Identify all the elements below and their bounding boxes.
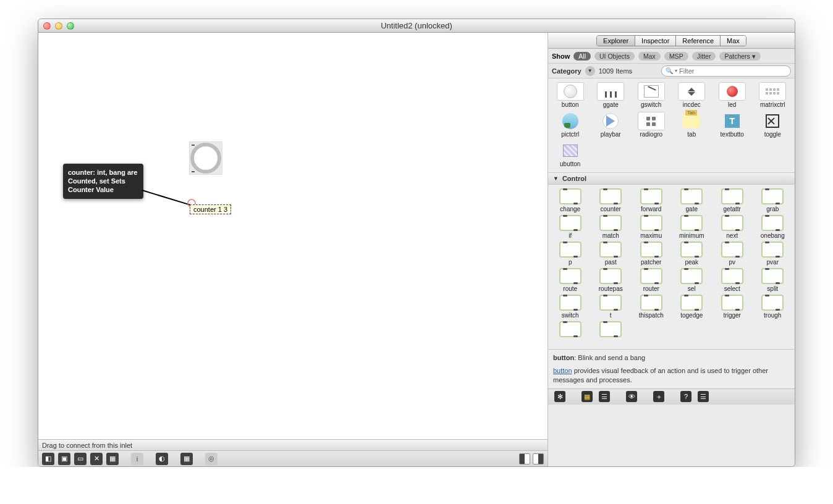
eye-icon[interactable]: 👁 (626, 391, 637, 402)
gear-icon[interactable]: ✻ (554, 391, 565, 402)
control-item-past[interactable]: past (591, 242, 631, 266)
new-toggle-icon[interactable]: ▦ (106, 453, 119, 465)
category-dropdown-icon[interactable]: ▼ (585, 66, 595, 76)
control-item-minimum[interactable]: minimum (672, 215, 712, 239)
control-item-peak[interactable]: peak (672, 242, 712, 266)
grid-icon[interactable]: ▦ (180, 453, 193, 465)
control-item-change[interactable]: change (551, 188, 590, 212)
palette-ubutton[interactable]: ubutton (551, 140, 590, 169)
new-comment-icon[interactable]: ▭ (74, 453, 87, 465)
control-item[interactable] (551, 321, 590, 345)
panel-tabs: Explorer Inspector Reference Max (548, 33, 795, 49)
control-item-p[interactable]: p (551, 242, 590, 266)
control-item-router[interactable]: router (632, 268, 671, 292)
audio-icon[interactable]: ◐ (156, 453, 168, 465)
palette-incdec[interactable]: incdec (672, 81, 712, 109)
control-item[interactable] (591, 321, 631, 345)
help-link[interactable]: button (553, 367, 572, 374)
control-item-next[interactable]: next (712, 215, 752, 239)
side-toolbar: ✻ ▦ ☰ 👁 ＋ ? ☰ (548, 388, 795, 405)
pill-jitter[interactable]: Jitter (692, 52, 716, 61)
control-item-gate[interactable]: gate (672, 188, 712, 212)
counter-object[interactable]: counter 1 3 (190, 204, 231, 214)
palette-led[interactable]: led (712, 81, 752, 109)
palette-playbar[interactable]: playbar (591, 111, 631, 139)
palette-matrixctrl[interactable]: matrixctrl (753, 81, 793, 109)
window-title: Untitled2 (unlocked) (38, 21, 795, 30)
control-item-switch[interactable]: switch (551, 295, 590, 319)
control-item-split[interactable]: split (753, 268, 793, 292)
menu-icon[interactable]: ☰ (698, 391, 709, 402)
dial-object[interactable] (189, 141, 222, 175)
control-item-routepas[interactable]: routepas (591, 268, 631, 292)
category-row: Category ▼ 1009 Items 🔍 ▾ (548, 64, 795, 78)
control-item-grab[interactable]: grab (753, 188, 793, 212)
palette-ggate[interactable]: ggate (591, 81, 631, 109)
tab-reference[interactable]: Reference (676, 36, 721, 46)
palette-radiogroup[interactable]: radiogro (632, 111, 671, 139)
control-item-route[interactable]: route (551, 268, 590, 292)
palette-textbutton[interactable]: Ttextbutto (712, 111, 752, 139)
control-item-togedge[interactable]: togedge (672, 295, 712, 319)
control-item-pv[interactable]: pv (712, 242, 752, 266)
control-item-counter[interactable]: counter (591, 188, 631, 212)
incdec-icon (688, 88, 695, 96)
palette-button[interactable]: button (551, 81, 590, 109)
pill-patchers[interactable]: Patchers ▾ (719, 52, 760, 61)
control-item-select[interactable]: select (712, 268, 752, 292)
control-item-if[interactable]: if (551, 215, 590, 239)
object-icon (640, 242, 662, 258)
layout-b-icon[interactable] (533, 453, 544, 464)
search-dropdown-icon[interactable]: ▾ (675, 68, 677, 74)
object-icon (599, 242, 622, 258)
search-field[interactable]: 🔍 ▾ (661, 65, 791, 77)
info-icon[interactable]: i (131, 453, 143, 465)
object-icon (599, 188, 622, 204)
new-bang-icon[interactable]: ✕ (90, 453, 103, 465)
patcher-canvas[interactable]: counter: int, bang are Counted, set Sets… (38, 33, 548, 439)
help-description: button provides visual feedback of an ac… (553, 366, 790, 385)
control-item-onebang[interactable]: onebang (753, 215, 793, 239)
control-item-getattr[interactable]: getattr (712, 188, 752, 212)
control-section-header[interactable]: ▼ Control (548, 172, 795, 185)
palette-gswitch[interactable]: gswitch (632, 81, 671, 109)
control-item-match[interactable]: match (591, 215, 631, 239)
object-icon (721, 188, 743, 204)
side-panel: Explorer Inspector Reference Max Show Al… (548, 33, 795, 466)
object-icon (680, 268, 703, 284)
tab-inspector[interactable]: Inspector (635, 36, 676, 46)
control-item-pvar[interactable]: pvar (753, 242, 793, 266)
control-section-title: Control (562, 175, 586, 182)
palette-pictctrl[interactable]: pictctrl (551, 111, 590, 139)
control-item-maximu[interactable]: maximu (632, 215, 671, 239)
tab-max[interactable]: Max (721, 36, 746, 46)
tab-explorer[interactable]: Explorer (597, 36, 635, 46)
pill-uiobjects[interactable]: UI Objects (594, 52, 635, 61)
palette: button ggate gswitch incdec led matrixct… (548, 78, 795, 172)
help-icon[interactable]: ? (680, 391, 691, 402)
titlebar: Untitled2 (unlocked) (38, 19, 795, 33)
object-icon (761, 188, 784, 204)
control-item-t[interactable]: t (591, 295, 631, 319)
add-icon[interactable]: ＋ (653, 391, 664, 402)
object-icon (559, 268, 581, 284)
control-item-sel[interactable]: sel (672, 268, 712, 292)
grid-view-icon[interactable]: ▦ (581, 391, 593, 402)
new-message-icon[interactable]: ▣ (58, 453, 70, 465)
control-item-forward[interactable]: forward (632, 188, 671, 212)
control-item-thispatch[interactable]: thispatch (632, 295, 671, 319)
palette-toggle[interactable]: toggle (753, 111, 793, 139)
presentation-icon[interactable]: ◎ (205, 453, 218, 465)
palette-tab[interactable]: tab (672, 111, 712, 139)
control-item-patcher[interactable]: patcher (632, 242, 671, 266)
control-item-trigger[interactable]: trigger (712, 295, 752, 319)
new-object-icon[interactable]: ◧ (42, 453, 54, 465)
layout-a-icon[interactable] (519, 453, 530, 464)
pill-max[interactable]: Max (638, 52, 661, 61)
pill-all[interactable]: All (573, 52, 591, 61)
pill-msp[interactable]: MSP (664, 52, 688, 61)
list-view-icon[interactable]: ☰ (599, 391, 610, 402)
control-item-trough[interactable]: trough (753, 295, 793, 319)
search-input[interactable] (679, 67, 787, 75)
search-icon: 🔍 (666, 67, 673, 74)
